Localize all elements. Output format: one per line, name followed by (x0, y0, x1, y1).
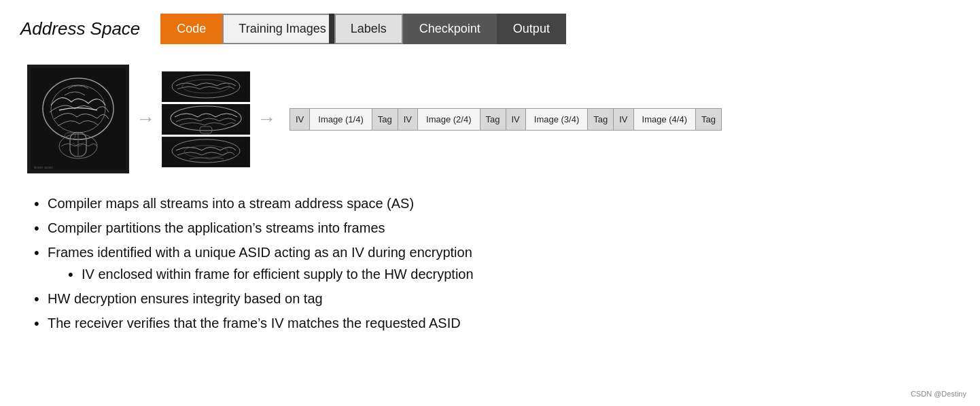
frame-image-2: Image (2/4) (418, 109, 480, 130)
bullet-4: HW decryption ensures integrity based on… (34, 289, 960, 308)
arrow-1: → (136, 108, 155, 130)
bullet-list: Compiler maps all streams into a stream … (34, 194, 960, 333)
brain-slice-1 (162, 71, 250, 102)
tab-checkpoint[interactable]: Checkpoint (403, 14, 497, 44)
brain-original-svg: brain scan (31, 68, 126, 170)
bullet-5: The receiver verifies that the frame’s I… (34, 314, 960, 333)
bullet-3: Frames identified with a unique ASID act… (34, 243, 960, 284)
arrow-2: → (257, 108, 276, 130)
watermark: CSDN @Destiny (911, 390, 966, 398)
tab-labels[interactable]: Labels (334, 14, 403, 44)
frame-tag-2: Tag (480, 109, 506, 130)
tab-training-images[interactable]: Training Images (222, 14, 334, 44)
frame-iv-1: IV (290, 109, 310, 130)
frame-tag-4: Tag (696, 109, 721, 130)
tab-code[interactable]: Code (160, 14, 222, 44)
svg-rect-11 (162, 105, 249, 134)
frame-iv-2: IV (398, 109, 418, 130)
tab-bar: Code Training Images Labels Checkpoint O… (160, 14, 566, 44)
brain-original-image: brain scan (27, 65, 129, 173)
brain-slices (162, 71, 250, 167)
header-row: Address Space Code Training Images Label… (20, 14, 960, 44)
frame-tag-3: Tag (588, 109, 614, 130)
bullets-section: Compiler maps all streams into a stream … (20, 194, 960, 333)
sub-bullet-list-3: IV enclosed within frame for efficient s… (68, 265, 960, 284)
svg-rect-8 (162, 72, 249, 101)
brain-slice-3 (162, 137, 250, 167)
svg-text:brain scan: brain scan (34, 165, 53, 169)
frame-image-3: Image (3/4) (526, 109, 588, 130)
frame-image-1: Image (1/4) (310, 109, 372, 130)
address-space-label: Address Space (20, 18, 140, 39)
bullet-1: Compiler maps all streams into a stream … (34, 194, 960, 213)
brain-slice-2 (162, 104, 250, 135)
frame-iv-4: IV (614, 109, 633, 130)
page-container: Address Space Code Training Images Label… (0, 0, 980, 406)
frame-image-4: Image (4/4) (634, 109, 696, 130)
tab-output[interactable]: Output (497, 14, 566, 44)
bullet-2: Compiler partitions the application’s st… (34, 218, 960, 237)
frame-tag-1: Tag (372, 109, 398, 130)
frame-iv-3: IV (506, 109, 526, 130)
sub-bullet-3-1: IV enclosed within frame for efficient s… (68, 265, 960, 284)
diagram-area: brain scan → (20, 65, 960, 173)
frames-bar: IV Image (1/4) Tag IV Image (2/4) Tag IV… (290, 108, 722, 131)
